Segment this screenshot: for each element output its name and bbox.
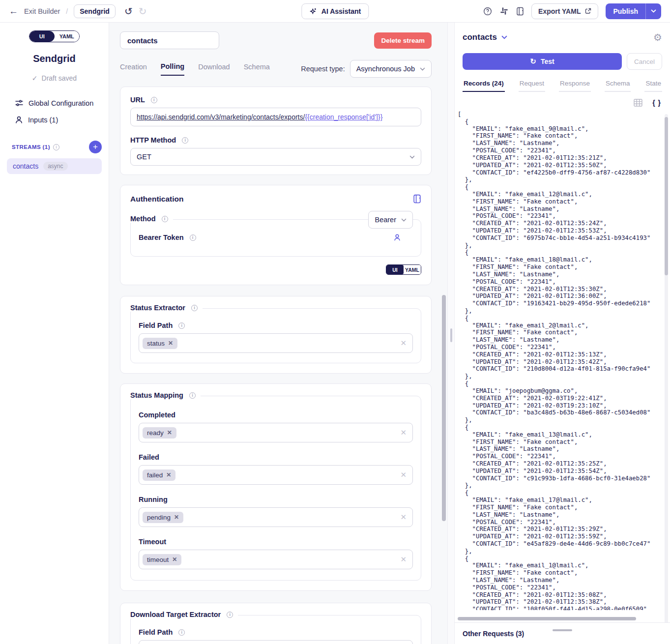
clear-field-icon[interactable]: ✕ <box>400 513 407 522</box>
clear-field-icon[interactable]: ✕ <box>400 555 407 564</box>
info-icon[interactable]: i <box>151 97 157 103</box>
timeout-input[interactable]: timeout ✕ ✕ <box>139 550 413 569</box>
cancel-button[interactable]: Cancel <box>627 53 662 70</box>
sparkle-star-icon <box>309 7 317 15</box>
back-icon[interactable]: ← <box>9 6 18 16</box>
status-extractor-card: Status Extractor i Field Path i status ✕… <box>120 296 432 374</box>
drag-handle[interactable] <box>553 629 572 631</box>
tab-request[interactable]: Request <box>519 80 545 92</box>
failed-label: Failed <box>139 453 159 461</box>
field-path-label: Field Path <box>139 322 173 329</box>
help-icon[interactable] <box>483 7 492 16</box>
table-view-icon[interactable] <box>634 99 642 107</box>
download-target-legend: Download Target Extractor <box>130 611 221 618</box>
resize-handle[interactable] <box>450 328 452 342</box>
tab-download[interactable]: Download <box>198 63 230 75</box>
tab-records[interactable]: Records (24) <box>463 80 505 92</box>
tag-remove-icon[interactable]: ✕ <box>168 340 173 347</box>
running-input[interactable]: pending ✕ ✕ <box>139 507 413 527</box>
records-vertical-scrollbar[interactable] <box>665 117 668 275</box>
refresh-icon: ↻ <box>530 57 536 66</box>
failed-input[interactable]: failed ✕ ✕ <box>139 465 413 485</box>
auth-method-select[interactable]: Bearer <box>368 211 413 229</box>
toggle-yaml[interactable]: YAML <box>55 31 80 42</box>
info-icon[interactable]: i <box>227 612 233 618</box>
request-type-select[interactable]: Asynchronous Job <box>350 60 432 78</box>
connector-name-input[interactable]: Sendgrid <box>74 4 116 18</box>
records-json[interactable]: [ { "EMAIL": "fake_email_9@lmail.c", "FI… <box>458 111 670 610</box>
user-secret-icon[interactable] <box>393 234 401 241</box>
clear-field-icon[interactable]: ✕ <box>400 428 407 437</box>
sidebar-item-global-configuration[interactable]: Global Configuration <box>0 95 109 112</box>
auth-ui-yaml-toggle[interactable]: UI YAML <box>386 264 421 275</box>
request-type-value: Asynchronous Job <box>356 65 415 73</box>
test-button[interactable]: ↻ Test <box>463 53 622 70</box>
stream-selector-label: contacts <box>463 32 497 42</box>
url-input[interactable]: https://api.sendgrid.com/v3/marketing/co… <box>130 108 421 126</box>
clear-field-icon[interactable]: ✕ <box>400 339 407 348</box>
tab-schema[interactable]: Schema <box>244 63 270 75</box>
tag-remove-icon[interactable]: ✕ <box>166 471 171 478</box>
info-icon[interactable]: i <box>178 629 185 636</box>
exit-builder-link[interactable]: Exit Builder <box>24 7 60 15</box>
tag-ready: ready ✕ <box>143 427 176 439</box>
tab-response[interactable]: Response <box>559 80 591 92</box>
export-yaml-button[interactable]: Export YAML <box>531 3 598 19</box>
tab-polling[interactable]: Polling <box>161 62 184 76</box>
info-icon[interactable]: i <box>53 144 59 150</box>
sidebar-item-inputs[interactable]: Inputs (1) <box>0 112 109 128</box>
stream-config-area: contacts Delete stream Creation Polling … <box>109 23 447 644</box>
bearer-token-label: Bearer Token <box>139 234 184 241</box>
records-horizontal-scrollbar[interactable] <box>458 617 636 620</box>
ui-yaml-toggle[interactable]: UI YAML <box>29 30 80 42</box>
panel-resize-divider[interactable] <box>447 23 455 644</box>
field-path-label: Field Path <box>139 628 173 636</box>
tag-remove-icon[interactable]: ✕ <box>174 514 179 521</box>
http-method-select[interactable]: GET <box>130 148 421 166</box>
top-bar: ← Exit Builder / Sendgrid ↺ ↻ AI Assista… <box>0 0 670 23</box>
tab-state[interactable]: State <box>644 80 662 92</box>
tab-schema[interactable]: Schema <box>605 80 631 92</box>
tag-label: ready <box>147 429 164 437</box>
info-icon[interactable]: i <box>178 322 185 329</box>
toggle-ui[interactable]: UI <box>386 265 404 274</box>
add-stream-button[interactable]: + <box>89 141 102 153</box>
toggle-yaml[interactable]: YAML <box>404 265 421 274</box>
chevron-down-icon <box>501 35 507 39</box>
stream-selector[interactable]: contacts <box>463 32 507 42</box>
info-icon[interactable]: i <box>191 305 198 311</box>
toggle-ui[interactable]: UI <box>29 31 55 42</box>
info-icon[interactable]: i <box>162 216 168 222</box>
undo-icon[interactable]: ↺ <box>124 5 133 17</box>
info-icon[interactable]: i <box>182 137 188 144</box>
docs-icon[interactable] <box>516 7 524 16</box>
info-icon[interactable]: i <box>190 234 196 241</box>
other-requests-bar[interactable]: Other Requests (3) <box>455 622 670 644</box>
publish-dropdown-button[interactable] <box>645 3 661 19</box>
redo-icon[interactable]: ↻ <box>139 5 147 17</box>
info-icon[interactable]: i <box>189 392 196 399</box>
tag-label: failed <box>147 471 163 479</box>
docs-link-icon[interactable] <box>413 194 421 204</box>
streams-section-label: STREAMS (1) <box>12 144 50 150</box>
auth-method-value: Bearer <box>375 216 396 224</box>
delete-stream-button[interactable]: Delete stream <box>374 32 432 49</box>
ai-assistant-button[interactable]: AI Assistant <box>301 3 369 19</box>
json-view-icon[interactable]: { } <box>652 99 661 107</box>
tab-creation[interactable]: Creation <box>120 63 147 75</box>
slack-icon[interactable] <box>499 6 509 16</box>
completed-input[interactable]: ready ✕ ✕ <box>139 423 413 442</box>
status-field-path-input[interactable]: status ✕ ✕ <box>139 333 413 353</box>
tag-remove-icon[interactable]: ✕ <box>172 556 177 563</box>
sidebar-stream-contacts[interactable]: contacts async <box>7 158 102 174</box>
tag-remove-icon[interactable]: ✕ <box>167 429 172 436</box>
stream-name-input[interactable]: contacts <box>120 31 219 49</box>
publish-button[interactable]: Publish <box>606 3 645 19</box>
user-icon <box>15 116 23 124</box>
chevron-down-icon <box>409 155 415 159</box>
tag-failed: failed ✕ <box>143 469 175 481</box>
download-field-path-input[interactable]: urls ✕ ✕ <box>139 640 413 644</box>
settings-gear-icon[interactable]: ⚙ <box>653 32 662 42</box>
clear-field-icon[interactable]: ✕ <box>400 470 407 479</box>
main-scrollbar[interactable] <box>442 295 446 521</box>
